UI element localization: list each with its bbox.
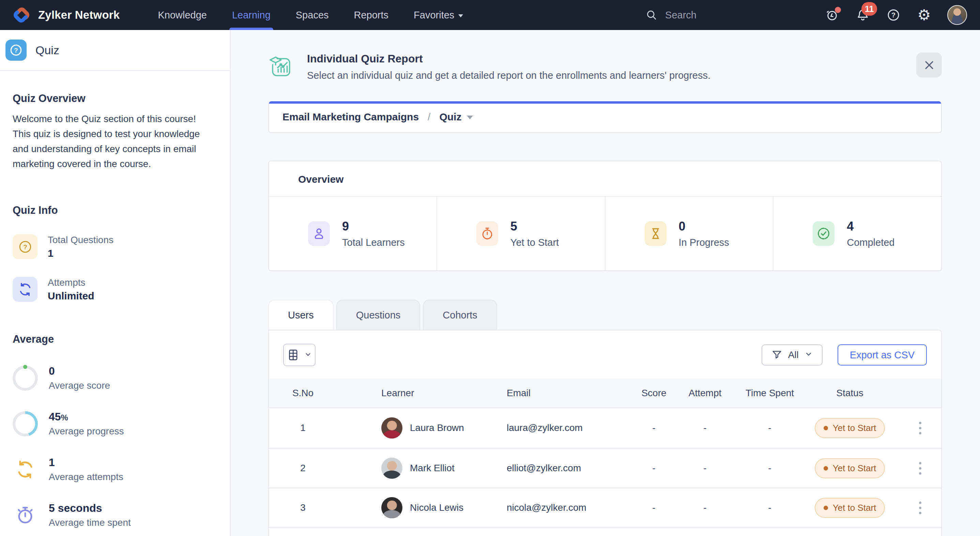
average-time-value: 5 seconds bbox=[49, 502, 102, 514]
stat-yet-to-start: 5Yet to Start bbox=[436, 197, 605, 270]
sidebar-content: Quiz Overview Welcome to the Quiz sectio… bbox=[0, 71, 230, 528]
tab-questions[interactable]: Questions bbox=[336, 300, 420, 330]
status-dot-icon bbox=[824, 426, 828, 430]
search-input[interactable]: Search bbox=[645, 9, 697, 21]
info-item-total-questions: ? Total Questions 1 bbox=[13, 234, 215, 259]
check-badge-icon bbox=[813, 221, 835, 246]
learners-table: S.No Learner Email Score Attempt Time Sp… bbox=[269, 379, 941, 536]
page-title: Individual Quiz Report bbox=[307, 53, 711, 65]
cell-sno: 3 bbox=[269, 502, 337, 513]
nav-item-knowledge[interactable]: Knowledge bbox=[158, 0, 207, 30]
filter-button[interactable]: All bbox=[762, 345, 822, 365]
cell-status: Yet to Start bbox=[800, 458, 899, 479]
tab-cohorts[interactable]: Cohorts bbox=[423, 300, 497, 330]
svg-text:?: ? bbox=[891, 11, 896, 19]
average-score-item: 0 Average score bbox=[13, 365, 215, 391]
average-score-value: 0 bbox=[49, 365, 55, 377]
nav-item-favorites[interactable]: Favorites bbox=[414, 0, 463, 30]
chevron-down-icon bbox=[304, 350, 312, 358]
stat-value: 4 bbox=[847, 219, 894, 234]
kebab-menu-icon[interactable] bbox=[916, 498, 925, 518]
cell-status: Yet to Start bbox=[800, 498, 899, 518]
quiz-selector: Email Marketing Campaigns / Quiz bbox=[268, 101, 942, 133]
chevron-down-icon bbox=[467, 116, 473, 119]
sidebar-title: Quiz bbox=[35, 44, 59, 57]
stat-label: Yet to Start bbox=[511, 237, 559, 248]
quiz-dropdown[interactable]: Quiz bbox=[439, 111, 473, 123]
stat-label: Total Learners bbox=[342, 237, 405, 248]
info-value: 1 bbox=[48, 247, 113, 259]
settings-button[interactable]: ⚙ bbox=[916, 8, 932, 22]
page-subtitle: Select an individual quiz and get a deta… bbox=[307, 70, 711, 81]
reminders-button[interactable] bbox=[825, 8, 840, 22]
top-nav: Zylker Network Knowledge Learning Spaces… bbox=[0, 0, 980, 30]
average-time-label: Average time spent bbox=[49, 517, 131, 528]
learner-name: Laura Brown bbox=[410, 423, 464, 433]
funnel-icon bbox=[771, 349, 783, 361]
notifications-button[interactable]: 11 bbox=[855, 8, 870, 22]
column-settings-button[interactable] bbox=[283, 344, 315, 366]
chevron-down-icon bbox=[804, 349, 813, 358]
cell-sno: 1 bbox=[269, 423, 337, 433]
stat-value: 5 bbox=[511, 219, 559, 234]
cell-attempt: - bbox=[671, 423, 739, 433]
ring-start-dot bbox=[23, 365, 27, 369]
main-nav: Knowledge Learning Spaces Reports Favori… bbox=[158, 0, 463, 30]
status-badge: Yet to Start bbox=[815, 418, 885, 438]
cell-time-spent: - bbox=[739, 463, 800, 474]
table-columns-icon bbox=[287, 348, 301, 362]
quiz-report-icon bbox=[268, 53, 294, 80]
nav-item-learning[interactable]: Learning bbox=[232, 0, 270, 30]
shell: ? Quiz Quiz Overview Welcome to the Quiz… bbox=[0, 30, 980, 536]
table-body: 1 Laura Brown laura@zylker.com - - - Yet… bbox=[269, 408, 941, 536]
breadcrumb-separator: / bbox=[428, 111, 430, 123]
nav-item-spaces[interactable]: Spaces bbox=[296, 0, 329, 30]
average-attempts-label: Average attempts bbox=[49, 472, 123, 482]
kebab-menu-icon[interactable] bbox=[916, 459, 925, 478]
status-badge: Yet to Start bbox=[815, 458, 885, 479]
refresh-icon bbox=[13, 457, 38, 482]
report-header-text: Individual Quiz Report Select an individ… bbox=[307, 53, 711, 81]
help-icon: ? bbox=[886, 8, 900, 22]
status-badge: Yet to Start bbox=[815, 498, 885, 518]
report-header: Individual Quiz Report Select an individ… bbox=[268, 53, 942, 81]
toolbar-right: All Export as CSV bbox=[762, 345, 927, 365]
col-score: Score bbox=[637, 388, 671, 399]
cell-time-spent: - bbox=[739, 423, 800, 433]
col-attempt: Attempt bbox=[671, 388, 739, 399]
average-heading: Average bbox=[13, 333, 215, 345]
kebab-menu-icon[interactable] bbox=[916, 418, 925, 438]
help-button[interactable]: ? bbox=[886, 8, 901, 22]
nav-item-reports[interactable]: Reports bbox=[354, 0, 389, 30]
overview-title: Overview bbox=[269, 161, 941, 197]
stat-label: In Progress bbox=[679, 237, 729, 248]
col-status: Status bbox=[800, 388, 899, 399]
learner-avatar bbox=[381, 417, 402, 439]
brand[interactable]: Zylker Network bbox=[11, 5, 119, 25]
stat-total-learners: 9Total Learners bbox=[269, 197, 436, 270]
export-csv-button[interactable]: Export as CSV bbox=[838, 345, 927, 365]
users-tab-panel: All Export as CSV S.No Learner Email Sco… bbox=[268, 330, 942, 536]
user-avatar[interactable] bbox=[947, 5, 967, 25]
stat-completed: 4Completed bbox=[773, 197, 941, 270]
average-score-label: Average score bbox=[49, 380, 110, 391]
cell-attempt: - bbox=[671, 502, 739, 513]
app: Zylker Network Knowledge Learning Spaces… bbox=[0, 0, 980, 536]
hourglass-icon bbox=[645, 221, 667, 246]
average-progress-ring bbox=[13, 411, 38, 436]
tab-users[interactable]: Users bbox=[268, 300, 334, 330]
info-label: Total Questions bbox=[48, 234, 113, 246]
info-item-attempts: Attempts Unlimited bbox=[13, 277, 215, 302]
filter-label: All bbox=[788, 349, 799, 361]
breadcrumb-course[interactable]: Email Marketing Campaigns bbox=[283, 111, 419, 123]
report-tabs: Users Questions Cohorts bbox=[268, 300, 942, 330]
quiz-header: ? Quiz bbox=[0, 30, 230, 71]
status-dot-icon bbox=[824, 506, 828, 510]
cell-score: - bbox=[637, 423, 671, 433]
col-learner: Learner bbox=[337, 388, 494, 399]
quiz-info-heading: Quiz Info bbox=[13, 204, 215, 217]
overview-stats: 9Total Learners 5Yet to Start 0In Progre… bbox=[269, 197, 941, 270]
close-button[interactable] bbox=[916, 53, 942, 77]
search-placeholder: Search bbox=[665, 10, 697, 21]
close-icon bbox=[923, 59, 935, 71]
